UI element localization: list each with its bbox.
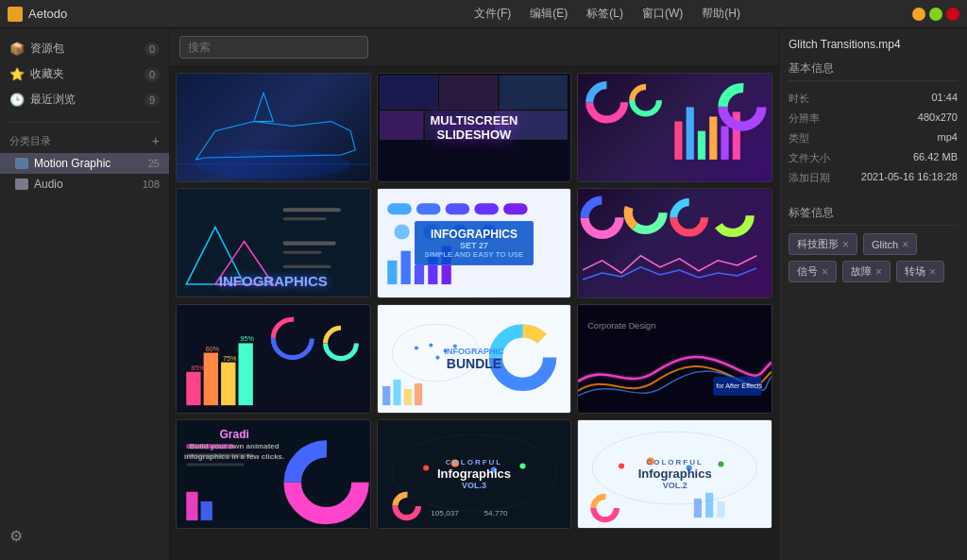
sidebar-item-audio[interactable]: Audio 108 <box>0 174 169 195</box>
svg-marker-1 <box>254 93 273 121</box>
menu-label[interactable]: 标签(L) <box>583 4 627 24</box>
maximize-button[interactable]: □ <box>929 8 942 21</box>
grid-item-10[interactable]: Gradi Build your own animatedinfographic… <box>176 419 371 529</box>
right-panel: Glitch Transitions.mp4 基本信息 时长 01:44 分辨率… <box>778 28 967 560</box>
duration-value: 01:44 <box>931 92 958 106</box>
minimize-button[interactable]: − <box>912 8 925 21</box>
grid-item-11[interactable]: 105,037 54,770 COLORFUL Infographics VOL… <box>377 419 572 529</box>
info-row-duration: 时长 01:44 <box>789 89 958 109</box>
tag-glitch2-remove[interactable]: × <box>875 265 882 279</box>
menu-bar: 文件(F) 编辑(E) 标签(L) 窗口(W) 帮助(H) <box>470 4 912 24</box>
sidebar-favorites-count: 0 <box>144 68 160 81</box>
close-button[interactable]: × <box>946 8 959 21</box>
size-value: 66.42 MB <box>913 151 958 165</box>
main-layout: 📦 资源包 0 ⭐ 收藏夹 0 🕒 最近浏览 9 分类目录 + Motion G… <box>0 28 967 560</box>
info-row-resolution: 分辨率 480x270 <box>789 109 958 128</box>
duration-label: 时长 <box>789 92 809 106</box>
sidebar-motion-count: 25 <box>148 158 160 169</box>
add-category-button[interactable]: + <box>152 133 160 148</box>
basic-info-title: 基本信息 <box>789 60 958 81</box>
menu-help[interactable]: 帮助(H) <box>698 4 744 24</box>
sidebar-resources-count: 0 <box>144 42 160 56</box>
menu-file[interactable]: 文件(F) <box>470 4 515 24</box>
window-controls: − □ × <box>912 8 959 21</box>
menu-edit[interactable]: 编辑(E) <box>526 4 571 24</box>
settings-icon[interactable]: ⚙ <box>9 528 23 544</box>
svg-text:Corporate Design: Corporate Design <box>588 321 656 331</box>
category-section-title: 分类目录 <box>9 134 152 148</box>
sidebar-motion-label: Motion Graphic <box>34 157 148 170</box>
tag-signal-remove[interactable]: × <box>822 265 828 279</box>
svg-rect-55 <box>204 352 218 405</box>
grid-item-5[interactable]: INFOGRAPHICS SET 27 SIMPLE AND EASY TO U… <box>377 188 572 297</box>
grid-item-8[interactable]: INFOGRAPHIC BUNDLE <box>377 304 572 414</box>
svg-point-52 <box>716 198 751 232</box>
sidebar-recent-label: 最近浏览 <box>30 92 144 108</box>
category-section-header: 分类目录 + <box>0 128 169 153</box>
resolution-value: 480x270 <box>918 111 958 126</box>
recent-icon: 🕒 <box>9 93 25 108</box>
sidebar-item-resources[interactable]: 📦 资源包 0 <box>0 36 169 61</box>
tag-signal: 信号 × <box>789 261 837 282</box>
svg-point-3 <box>195 150 350 178</box>
tag-signal-label: 信号 <box>797 264 818 279</box>
menu-window[interactable]: 窗口(W) <box>638 4 687 24</box>
folder-icon-audio <box>15 178 28 190</box>
grid-item-3[interactable] <box>577 73 772 182</box>
svg-rect-18 <box>710 116 718 159</box>
svg-text:85%: 85% <box>191 364 205 371</box>
grid-item-2[interactable]: MULTISCREENSLIDESHOW <box>377 73 572 182</box>
content-area: MULTISCREENSLIDESHOW <box>170 28 778 560</box>
svg-text:75%: 75% <box>223 354 237 362</box>
tag-glitch-remove[interactable]: × <box>902 238 908 251</box>
app-icon <box>8 7 23 22</box>
resources-icon: 📦 <box>9 42 25 57</box>
grid-item-9[interactable]: Corporate Design for After Effects <box>577 304 772 414</box>
sidebar-favorites-label: 收藏夹 <box>30 66 144 82</box>
sidebar-bottom: ⚙ <box>0 519 169 552</box>
info-row-type: 类型 mp4 <box>789 128 958 148</box>
tag-keji-remove[interactable]: × <box>842 238 849 251</box>
titlebar: Aetodo 文件(F) 编辑(E) 标签(L) 窗口(W) 帮助(H) − □… <box>0 0 967 28</box>
svg-rect-19 <box>721 127 729 160</box>
info-row-size: 文件大小 66.42 MB <box>789 148 958 168</box>
folder-icon-motion <box>15 158 28 169</box>
grid-item-1[interactable] <box>176 73 371 182</box>
sidebar-audio-count: 108 <box>143 178 160 190</box>
size-label: 文件大小 <box>789 151 830 165</box>
tag-glitch: Glitch × <box>863 233 917 255</box>
svg-text:60%: 60% <box>206 345 220 352</box>
resolution-label: 分辨率 <box>789 111 820 126</box>
tag-keji: 科技图形 × <box>789 233 857 255</box>
grid-item-7[interactable]: 85% 60% 75% 95% <box>176 304 371 414</box>
tag-glitch2-label: 故障 <box>851 264 872 279</box>
svg-text:95%: 95% <box>241 335 255 343</box>
svg-rect-15 <box>675 122 683 160</box>
svg-rect-54 <box>186 371 200 404</box>
media-grid: MULTISCREENSLIDESHOW <box>170 67 778 560</box>
sidebar-audio-label: Audio <box>34 178 143 191</box>
tags-section: 标签信息 科技图形 × Glitch × 信号 × 故障 × <box>789 205 958 282</box>
tags-container: 科技图形 × Glitch × 信号 × 故障 × 转场 × <box>789 233 958 282</box>
grid-item-4[interactable]: INFOGRAPHICS <box>176 188 371 297</box>
info-row-date: 添加日期 2021-05-16 16:18:28 <box>789 168 958 188</box>
svg-rect-57 <box>238 343 252 405</box>
search-input[interactable] <box>179 36 368 59</box>
grid-item-6[interactable] <box>577 188 772 297</box>
type-value: mp4 <box>938 131 958 145</box>
sidebar-item-favorites[interactable]: ⭐ 收藏夹 0 <box>0 61 169 87</box>
sidebar-resources-label: 资源包 <box>30 41 144 57</box>
svg-rect-16 <box>687 107 694 160</box>
sidebar: 📦 资源包 0 ⭐ 收藏夹 0 🕒 最近浏览 9 分类目录 + Motion G… <box>0 28 170 560</box>
tag-keji-label: 科技图形 <box>797 237 839 251</box>
grid-item-12[interactable]: COLORFUL Infographics VOL.2 <box>577 419 772 529</box>
tag-transition-remove[interactable]: × <box>929 265 936 279</box>
info-table: 时长 01:44 分辨率 480x270 类型 mp4 文件大小 66.42 M… <box>789 89 958 188</box>
svg-rect-56 <box>221 362 235 404</box>
tag-glitch-label: Glitch <box>872 239 898 250</box>
tags-title: 标签信息 <box>789 205 958 226</box>
sidebar-item-motion-graphic[interactable]: Motion Graphic 25 <box>0 153 169 174</box>
sidebar-divider <box>9 122 160 123</box>
favorites-icon: ⭐ <box>9 67 25 82</box>
sidebar-item-recent[interactable]: 🕒 最近浏览 9 <box>0 87 169 112</box>
